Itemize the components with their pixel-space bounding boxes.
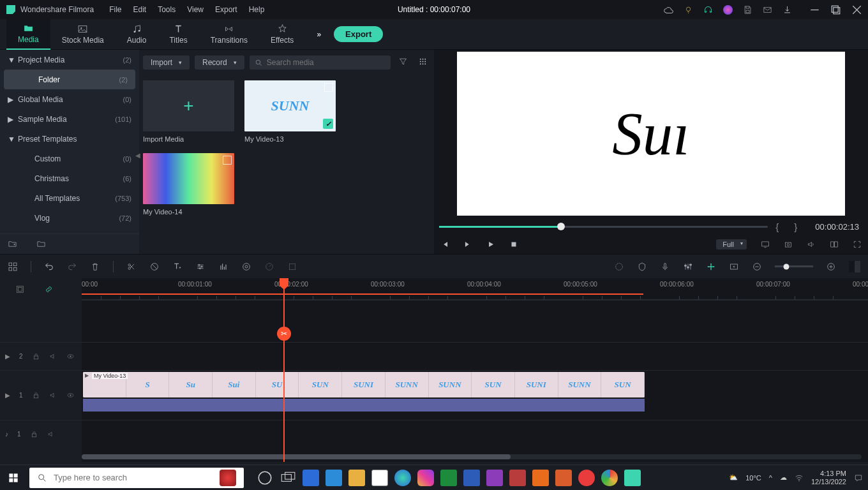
headphones-icon[interactable] (703, 5, 713, 15)
next-frame-icon[interactable] (463, 240, 472, 249)
sidebar-item-vlog[interactable]: Vlog(72) (0, 208, 139, 228)
timeline-ruler[interactable]: 00:0000:00:01:0000:00:02:0000:00:03:0000… (82, 278, 868, 300)
tab-titles[interactable]: Titles (158, 19, 198, 50)
sidebar-item-all-templates[interactable]: All Templates(753) (0, 188, 139, 208)
lock-icon[interactable] (32, 352, 40, 360)
tab-transitions[interactable]: Transitions (199, 19, 259, 50)
track-header-video1[interactable]: ▶1 (0, 370, 82, 420)
voiceover-icon[interactable] (660, 262, 670, 272)
app-publisher-icon[interactable] (532, 470, 549, 486)
crop-icon[interactable] (149, 262, 160, 272)
taskview-icon[interactable] (280, 470, 296, 486)
cortana-icon[interactable] (257, 470, 273, 486)
sidebar-item-custom[interactable]: Custom(0) (0, 149, 139, 168)
app-mail-icon[interactable] (326, 470, 342, 486)
zoom-slider[interactable] (775, 265, 813, 267)
onedrive-icon[interactable]: ☁ (780, 473, 787, 482)
speed-icon[interactable] (264, 262, 274, 272)
app-chrome-icon[interactable] (601, 470, 618, 486)
app-powerpoint-icon[interactable] (555, 470, 572, 486)
import-media-tile[interactable]: + Import Media (143, 80, 234, 143)
minimize-icon[interactable] (810, 5, 819, 15)
playhead-scissors-icon[interactable]: ✂ (277, 327, 291, 341)
mute-icon[interactable] (47, 430, 56, 438)
text-add-icon[interactable] (172, 262, 183, 272)
app-onenote-icon[interactable] (486, 470, 503, 486)
track-header-audio1[interactable]: ♪1 (0, 420, 82, 448)
eye-icon[interactable] (66, 391, 75, 399)
tab-media[interactable]: Media (6, 19, 50, 50)
import-dropdown[interactable]: Import▾ (143, 56, 190, 70)
close-icon[interactable] (852, 5, 862, 15)
quality-select[interactable]: Full ▾ (716, 239, 747, 249)
zoom-fit-icon[interactable] (849, 261, 860, 272)
app-instagram-icon[interactable] (417, 470, 434, 486)
fullscreen-icon[interactable] (853, 240, 862, 249)
app-word-icon[interactable] (463, 470, 480, 486)
sidebar-item-project-media[interactable]: ▼Project Media(2) (0, 50, 139, 70)
undo-icon[interactable] (44, 262, 54, 272)
media-item-video13[interactable]: SUNN✓ My Video-13 (244, 80, 336, 143)
sidebar-item-christmas[interactable]: Christmas(6) (0, 168, 139, 188)
link-icon[interactable] (44, 285, 54, 294)
marker-icon[interactable] (637, 262, 647, 272)
track-manager-icon[interactable] (15, 285, 25, 294)
menu-help[interactable]: Help (249, 5, 265, 14)
scrollbar-thumb[interactable] (82, 454, 511, 459)
filter-icon[interactable] (396, 54, 410, 71)
auto-ripple-icon[interactable] (706, 262, 716, 272)
add-marker-icon[interactable] (729, 262, 739, 272)
start-button[interactable] (0, 465, 27, 491)
export-button[interactable]: Export (334, 26, 383, 42)
app-access-icon[interactable] (509, 470, 526, 486)
tab-effects[interactable]: Effects (259, 19, 305, 50)
new-folder-icon[interactable] (8, 239, 17, 249)
taskbar-clock[interactable]: 4:13 PM 12/13/2022 (811, 470, 846, 486)
prev-frame-icon[interactable] (440, 240, 449, 249)
sidebar-item-folder[interactable]: Folder(2) (4, 70, 135, 89)
tray-chevron-icon[interactable]: ^ (769, 474, 772, 482)
maximize-icon[interactable] (831, 5, 841, 15)
folder-outline-icon[interactable] (36, 239, 46, 249)
profile-icon[interactable] (723, 5, 733, 15)
zoom-out-icon[interactable] (752, 262, 762, 272)
media-item-video14[interactable]: My Video-14 (143, 153, 234, 216)
delete-icon[interactable] (90, 262, 100, 272)
snapshot-icon[interactable] (784, 240, 793, 249)
notifications-icon[interactable] (854, 473, 863, 482)
app-explorer-icon[interactable] (348, 470, 365, 486)
save-icon[interactable] (743, 5, 752, 15)
sidebar-item-global-media[interactable]: ▶Global Media(0) (0, 89, 139, 109)
tab-stock-media[interactable]: Stock Media (50, 19, 116, 50)
mail-icon[interactable] (763, 5, 772, 15)
taskbar-search-input[interactable] (54, 473, 213, 482)
compare-icon[interactable] (830, 240, 839, 249)
app-excel-icon[interactable] (440, 470, 457, 486)
app-store-icon[interactable] (371, 470, 388, 486)
tab-audio[interactable]: Audio (116, 19, 158, 50)
mixer-icon[interactable] (683, 262, 693, 272)
grid-view-icon[interactable] (415, 54, 430, 71)
split-icon[interactable] (126, 262, 137, 272)
lightbulb-icon[interactable] (684, 5, 693, 15)
track-header-video2[interactable]: ▶2 (0, 342, 82, 370)
play-icon[interactable] (486, 240, 495, 249)
weather-temp[interactable]: 10°C (745, 474, 761, 482)
app-trello-icon[interactable] (303, 470, 319, 486)
lock-icon[interactable] (32, 391, 40, 399)
more-tabs-icon[interactable]: » (317, 30, 321, 39)
mark-brackets[interactable]: { } (775, 221, 804, 232)
render-icon[interactable] (614, 262, 624, 272)
equalizer-icon[interactable] (218, 262, 228, 272)
greenscreen-icon[interactable] (287, 262, 297, 272)
download-icon[interactable] (782, 5, 792, 15)
preview-scrubber[interactable] (439, 226, 768, 228)
cloud-icon[interactable] (664, 5, 673, 15)
monitor-icon[interactable] (761, 240, 770, 249)
collapse-sidebar-icon[interactable]: ◀ (135, 152, 140, 159)
menu-edit[interactable]: Edit (133, 5, 147, 14)
color-icon[interactable] (241, 262, 251, 272)
mute-icon[interactable] (49, 352, 57, 360)
volume-icon[interactable] (807, 240, 816, 249)
sidebar-item-sample-media[interactable]: ▶Sample Media(101) (0, 109, 139, 129)
